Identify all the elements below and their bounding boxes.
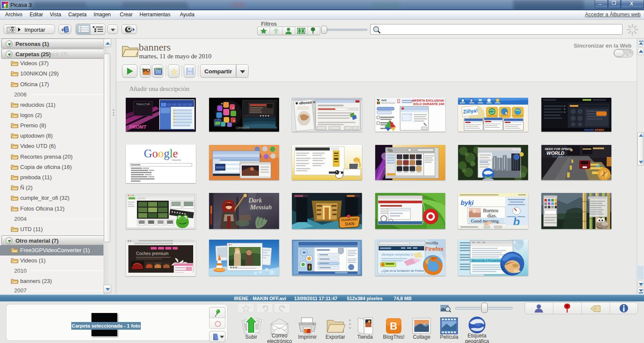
svg-text:NEED FOR SPEED: NEED FOR SPEED: [545, 147, 571, 150]
svg-text:+: +: [142, 67, 144, 72]
svg-text:España: España: [172, 159, 181, 161]
svg-text:B: B: [390, 320, 397, 332]
svg-text:shake: shake: [595, 128, 605, 132]
svg-text:Google: Google: [144, 147, 178, 160]
svg-text:Internet Security: Internet Security: [381, 102, 396, 104]
svg-text:Messiah: Messiah: [250, 204, 272, 211]
svg-text:WORLD: WORLD: [547, 150, 565, 156]
svg-text:¿Qué es la fundación de Firefo: ¿Qué es la fundación de Firefox?: [381, 269, 426, 273]
svg-text:mozilla: mozilla: [426, 241, 438, 245]
svg-text:Bienvenido a Thunderbird: Bienvenido a Thunderbird: [472, 259, 502, 262]
svg-text:PROMT: PROMT: [129, 124, 147, 129]
svg-text:días.: días.: [487, 213, 497, 219]
svg-text:AVG: AVG: [381, 99, 387, 102]
svg-text:Firefox: Firefox: [425, 246, 444, 252]
svg-text:+: +: [61, 27, 64, 33]
svg-text:DAN: DAN: [345, 221, 355, 226]
svg-text:O N L I N E: O N L I N E: [553, 156, 562, 158]
svg-text:¡Busque sorpresas 1.0!: ¡Busque sorpresas 1.0!: [381, 253, 417, 256]
svg-text:Dark: Dark: [248, 197, 262, 204]
svg-text:Coches premium: Coches premium: [136, 251, 169, 256]
svg-text:67: 67: [596, 164, 601, 168]
svg-text:Custom Scan: Custom Scan: [513, 114, 523, 117]
svg-text:CyberLink: CyberLink: [236, 126, 249, 129]
svg-text:Full Scan: Full Scan: [501, 114, 508, 117]
svg-text:Quick Scan: Quick Scan: [488, 114, 497, 117]
svg-text:SÓLO DURANTE 24H: SÓLO DURANTE 24H: [413, 102, 444, 106]
svg-text:TRADUCTOR: TRADUCTOR: [136, 103, 150, 105]
svg-text:+7000: +7000: [154, 67, 162, 70]
svg-text:Goog: Goog: [512, 147, 521, 151]
svg-text:byki: byki: [461, 199, 474, 206]
svg-text:music: music: [584, 128, 595, 132]
